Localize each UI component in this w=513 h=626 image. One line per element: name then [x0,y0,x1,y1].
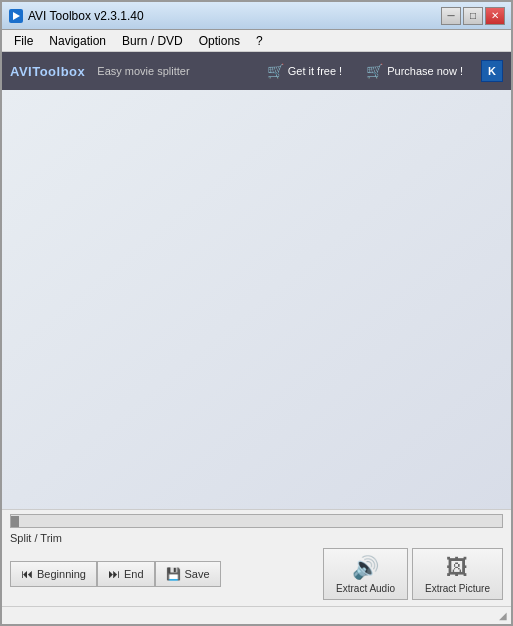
toolbar: AVIToolbox Easy movie splitter 🛒 Get it … [2,52,511,90]
menu-bar: File Navigation Burn / DVD Options ? [2,30,511,52]
menu-file[interactable]: File [6,30,41,51]
extract-audio-label: Extract Audio [336,583,395,594]
toolbar-logo[interactable]: K [481,60,503,82]
save-button[interactable]: 💾 Save [155,561,221,587]
progress-bar[interactable] [10,514,503,528]
title-bar: AVI Toolbox v2.3.1.40 ─ □ ✕ [2,2,511,30]
beginning-label: Beginning [37,568,86,580]
cart-icon-free: 🛒 [267,63,284,79]
beginning-icon: ⏮ [21,567,33,581]
save-icon: 💾 [166,567,181,581]
extract-audio-icon: 🔊 [352,555,379,581]
progress-thumb[interactable] [11,516,19,528]
size-grip[interactable]: ◢ [499,610,507,621]
trim-buttons: ⏮ Beginning ⏭ End 💾 Save [10,561,221,587]
menu-options[interactable]: Options [191,30,248,51]
status-bar: ◢ [2,606,511,624]
menu-navigation[interactable]: Navigation [41,30,114,51]
extract-audio-button[interactable]: 🔊 Extract Audio [323,548,408,600]
close-button[interactable]: ✕ [485,7,505,25]
extract-picture-icon: 🖼 [446,555,468,581]
maximize-button[interactable]: □ [463,7,483,25]
purchase-now-button[interactable]: 🛒 Purchase now ! [360,61,469,81]
toolbar-brand: AVIToolbox [10,64,85,79]
split-trim-label: Split / Trim [10,532,503,544]
extract-picture-label: Extract Picture [425,583,490,594]
window-controls: ─ □ ✕ [441,7,505,25]
get-it-free-label: Get it free ! [288,65,342,77]
minimize-button[interactable]: ─ [441,7,461,25]
menu-burn-dvd[interactable]: Burn / DVD [114,30,191,51]
extract-buttons: 🔊 Extract Audio 🖼 Extract Picture [323,548,503,600]
purchase-label: Purchase now ! [387,65,463,77]
end-button[interactable]: ⏭ End [97,561,155,587]
get-it-free-button[interactable]: 🛒 Get it free ! [261,61,348,81]
bottom-area: Split / Trim ⏮ Beginning ⏭ End 💾 Save [2,509,511,606]
end-label: End [124,568,144,580]
end-icon: ⏭ [108,567,120,581]
save-label: Save [185,568,210,580]
main-window: AVI Toolbox v2.3.1.40 ─ □ ✕ File Navigat… [0,0,513,626]
controls-row: ⏮ Beginning ⏭ End 💾 Save 🔊 Extract Audio [10,548,503,600]
menu-help[interactable]: ? [248,30,271,51]
main-content-area [2,90,511,509]
toolbar-subtitle: Easy movie splitter [97,65,189,77]
beginning-button[interactable]: ⏮ Beginning [10,561,97,587]
window-title: AVI Toolbox v2.3.1.40 [28,9,441,23]
app-icon [8,8,24,24]
extract-picture-button[interactable]: 🖼 Extract Picture [412,548,503,600]
cart-icon-purchase: 🛒 [366,63,383,79]
